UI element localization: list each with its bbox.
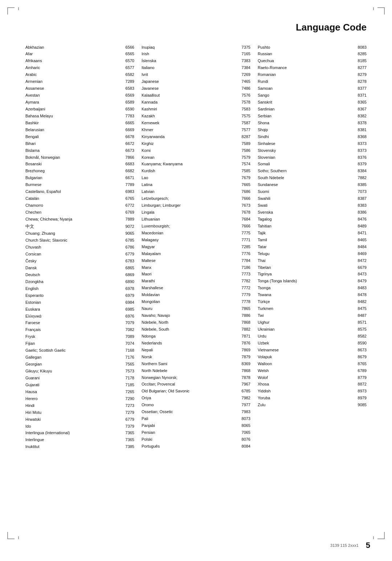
column-2: Inupiaq7375Irish7165Íslenska7383Italiano… bbox=[138, 44, 254, 451]
lang-name: Norwegian Nynorsk; bbox=[142, 375, 240, 381]
lang-name: Nederlands bbox=[142, 340, 240, 346]
lang-code: 8478 bbox=[358, 292, 367, 298]
corner-mark-tr bbox=[377, 7, 385, 15]
lang-code: 8482 bbox=[358, 299, 367, 305]
lang-code: 6589 bbox=[126, 100, 134, 105]
list-item: Somali8379 bbox=[258, 161, 367, 168]
lang-name: Türkçe bbox=[258, 299, 356, 305]
lang-name: Sindhi bbox=[258, 134, 356, 140]
lang-name: Kernewek bbox=[142, 120, 240, 126]
lang-code: 7273 bbox=[126, 403, 134, 409]
lang-code: 7665 bbox=[242, 182, 250, 188]
lang-name: Česky bbox=[25, 258, 123, 264]
list-item: Panjabi8065 bbox=[142, 423, 250, 429]
lang-name: Ndebele, North bbox=[142, 320, 240, 326]
content-area: Abkhazian6566Afar6565Afrikaans6570Amhari… bbox=[22, 44, 370, 451]
lang-code: 6583 bbox=[126, 86, 134, 92]
corner-mark-bl bbox=[7, 532, 15, 539]
lang-code: 6665 bbox=[126, 120, 134, 126]
list-item: Tajik8471 bbox=[258, 230, 367, 237]
lang-code: 9072 bbox=[126, 224, 134, 230]
list-item: Dzongkha6890 bbox=[25, 278, 134, 285]
lang-code: 7866 bbox=[126, 155, 134, 161]
lang-code: 9085 bbox=[358, 402, 367, 408]
list-item: Afar6565 bbox=[25, 51, 134, 58]
list-item: Türkçe8482 bbox=[258, 299, 367, 306]
lang-code: 8473 bbox=[358, 271, 367, 277]
lang-name: Yiddish bbox=[258, 388, 356, 394]
list-item: Ndebele, South7882 bbox=[142, 326, 250, 333]
list-item: Malayalam7776 bbox=[142, 250, 250, 257]
lang-code: 6785 bbox=[242, 388, 250, 394]
lang-name: Afrikaans bbox=[25, 58, 123, 64]
lang-name: Hausa bbox=[25, 389, 123, 395]
lang-code: 7385 bbox=[126, 444, 134, 450]
list-item: Maori7773 bbox=[142, 271, 250, 278]
list-item: Javanese7486 bbox=[142, 85, 250, 92]
list-item: Pushto8083 bbox=[258, 44, 367, 51]
lang-name: Church Slavic; Slavonic bbox=[25, 238, 123, 243]
lang-code: 7565 bbox=[126, 362, 134, 367]
lang-name: Svenska bbox=[258, 210, 356, 215]
lang-code: 7574 bbox=[242, 161, 250, 167]
list-item: Castellano, Español6983 bbox=[25, 189, 134, 195]
lang-name: Abkhazian bbox=[25, 45, 123, 51]
lang-name: Ukrainian bbox=[258, 327, 356, 332]
lang-code: 7578 bbox=[242, 100, 250, 105]
lang-code: 8083 bbox=[358, 45, 367, 51]
list-item: Manx7186 bbox=[142, 264, 250, 271]
lang-name: Guarani bbox=[25, 375, 123, 381]
lang-name: Thai bbox=[258, 258, 356, 264]
list-item: Urdu8582 bbox=[258, 333, 367, 340]
list-item: Assamese6583 bbox=[25, 85, 134, 92]
lang-name: Somali bbox=[258, 161, 356, 167]
lang-name: Zulu bbox=[258, 402, 356, 408]
list-item: Ido7379 bbox=[25, 423, 134, 430]
lang-name: Old Bulgarian; Old Savonic bbox=[142, 388, 240, 394]
tick-tr bbox=[373, 7, 374, 10]
lang-name: Magyar bbox=[142, 244, 240, 250]
lang-name: Mongolian bbox=[142, 299, 240, 305]
list-item: Estonian6984 bbox=[25, 299, 134, 306]
lang-name: Pali bbox=[142, 416, 240, 422]
list-item: Abkhazian6566 bbox=[25, 44, 134, 51]
list-item: Kuanyama; Kwanyama7574 bbox=[142, 161, 250, 168]
lang-name: Macedonian bbox=[142, 230, 240, 236]
lang-code: 6976 bbox=[126, 314, 134, 319]
list-item: Rundi8278 bbox=[258, 78, 367, 85]
lang-name: Interlingua (International) bbox=[25, 430, 123, 436]
list-item: Sardinian8367 bbox=[258, 106, 367, 113]
lang-code: 8379 bbox=[358, 161, 367, 167]
list-item: Magyar7285 bbox=[142, 243, 250, 250]
tick-br bbox=[373, 536, 374, 539]
lang-name: Malagasy bbox=[142, 237, 240, 243]
list-item: Swahili8387 bbox=[258, 195, 367, 202]
lang-name: Hiri Motu bbox=[25, 410, 123, 416]
list-item: Hausa7265 bbox=[25, 388, 134, 395]
list-item: Ossetian; Ossetic7983 bbox=[142, 409, 250, 416]
lang-code: 8285 bbox=[358, 51, 367, 57]
lang-name: Walloon bbox=[258, 361, 356, 367]
lang-name: 中文 bbox=[25, 223, 123, 230]
lang-code: 6772 bbox=[126, 203, 134, 209]
list-item: Bulgarian6671 bbox=[25, 175, 134, 182]
lang-name: Catalán bbox=[25, 196, 123, 202]
lang-name: Tagalog bbox=[258, 217, 356, 222]
list-item: Irish7165 bbox=[142, 51, 250, 58]
lang-name: Kazakh bbox=[142, 113, 240, 119]
lang-name: Tonga (Tonga Islands) bbox=[258, 278, 356, 284]
list-item: Corsican6779 bbox=[25, 251, 134, 258]
page: Language Code Abkhazian6566Afar6565Afrik… bbox=[0, 0, 392, 561]
lang-name: Shona bbox=[258, 120, 356, 126]
list-item: Raeto-Romance8277 bbox=[258, 65, 367, 72]
lang-code: 8575 bbox=[358, 327, 367, 332]
lang-code: 7771 bbox=[242, 237, 250, 243]
list-item: Frysk7089 bbox=[25, 334, 134, 340]
lang-name: Volapuk bbox=[258, 354, 356, 360]
list-item: South Ndebele7882 bbox=[258, 175, 367, 182]
lang-code: 7784 bbox=[242, 258, 250, 264]
list-item: Vietnamese8673 bbox=[258, 347, 367, 354]
lang-code: 8373 bbox=[358, 148, 367, 154]
list-item: Northern Sami8369 bbox=[142, 360, 250, 367]
lang-name: Bashkir bbox=[25, 120, 123, 126]
